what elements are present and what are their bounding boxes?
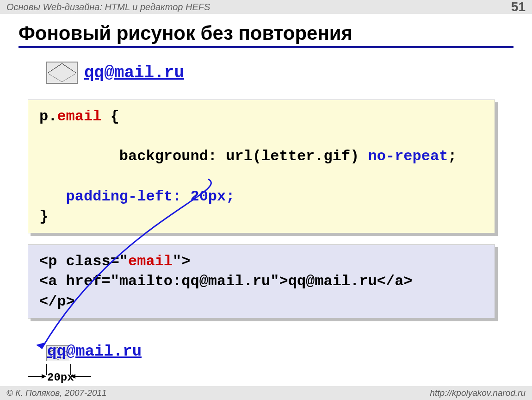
example-after: qq@mail.ru [46, 343, 513, 362]
css-line-1: p.email { [39, 106, 485, 126]
code-text: background: url(letter.gif) [93, 148, 368, 165]
example-before: qq@mail.ru [46, 62, 513, 84]
code-text: ; [448, 148, 457, 165]
code-text: "> [173, 253, 190, 270]
page-title: Фоновый рисунок без повторения [19, 22, 513, 48]
html-code-block: <p class="email"> <a href="mailto:qq@mai… [28, 244, 495, 319]
css-line-3: padding-left: 20px; [39, 187, 485, 206]
code-class: email [57, 108, 101, 125]
code-class: email [128, 253, 173, 270]
footer-url: http://kpolyakov.narod.ru [430, 388, 526, 398]
html-line-3: </p> [39, 292, 485, 312]
slide-number: 51 [511, 0, 526, 14]
content-area: qq@mail.ru p.email { background: url(let… [0, 48, 532, 387]
footer-copyright: © К. Поляков, 2007-2011 [6, 388, 107, 398]
html-line-1: <p class="email"> [39, 251, 485, 271]
arrow-right-icon [72, 376, 91, 377]
email-link-sample: qq@mail.ru [84, 63, 184, 82]
code-text: p. [39, 108, 57, 125]
breadcrumb: Основы Web-дизайна: HTML и редактор HEFS [6, 2, 210, 12]
email-link-result: qq@mail.ru [47, 343, 142, 360]
arrow-left-icon [28, 376, 45, 377]
html-line-2: <a href="mailto:qq@mail.ru">qq@mail.ru</… [39, 271, 485, 291]
slide-header: Основы Web-дизайна: HTML и редактор HEFS… [0, 0, 532, 14]
css-line-2: background: url(letter.gif) no-repeat; [39, 126, 485, 187]
envelope-icon [46, 62, 78, 84]
css-line-4: } [39, 206, 485, 226]
css-code-block: p.email { background: url(letter.gif) no… [28, 100, 495, 233]
svg-marker-0 [36, 342, 46, 349]
measurement-indicator: 20px [46, 364, 139, 387]
measure-label: 20px [47, 371, 74, 384]
slide-footer: © К. Поляков, 2007-2011 http://kpolyakov… [0, 386, 532, 400]
code-text: { [101, 108, 119, 125]
code-text: <p class=" [39, 253, 128, 270]
code-value: no-repeat [368, 148, 448, 165]
